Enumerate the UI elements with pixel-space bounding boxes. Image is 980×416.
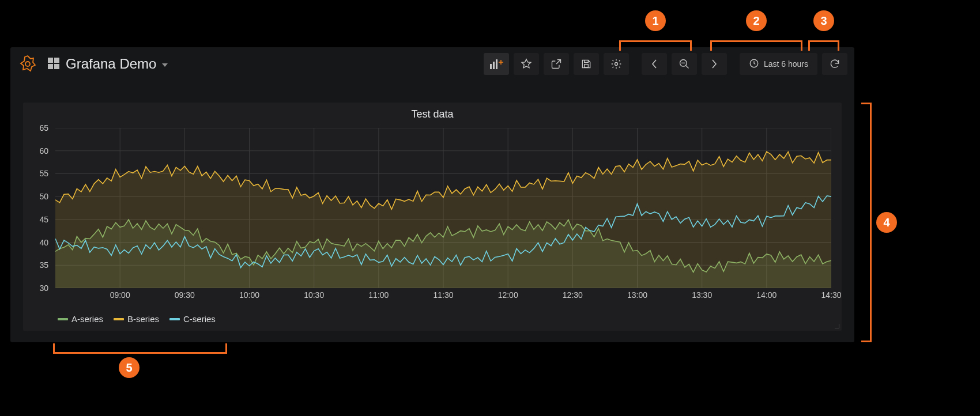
legend: A-seriesB-seriesC-series [58,314,216,324]
y-tick-label: 50 [39,192,48,201]
timerange-back-button[interactable] [642,53,667,75]
grafana-app: Grafana Demo [10,47,854,342]
annotation-bracket-2 [710,40,802,51]
dashboard-picker-button[interactable]: Grafana Demo [43,54,172,74]
legend-label: B-series [127,314,159,324]
annotation-callout-3: 3 [813,10,834,31]
x-tick-label: 10:00 [239,290,259,300]
svg-rect-6 [493,62,495,69]
x-tick-label: 12:30 [563,290,583,300]
legend-label: C-series [183,314,216,324]
annotation-callout-2: 2 [746,10,767,31]
grafana-logo-icon[interactable] [17,54,38,74]
zoom-out-button[interactable] [672,53,697,75]
annotation-bracket-1 [619,40,692,51]
annotation-callout-4: 4 [876,212,897,233]
svg-rect-3 [48,64,53,69]
legend-label: A-series [71,314,103,324]
x-tick-label: 11:30 [433,290,453,300]
x-tick-label: 10:30 [304,290,324,300]
svg-rect-7 [496,59,497,69]
save-dashboard-button[interactable] [574,53,599,75]
svg-rect-2 [54,58,59,63]
x-tick-label: 14:00 [756,290,777,300]
legend-swatch [169,318,180,320]
legend-swatch [114,318,124,320]
annotation-callout-1: 1 [645,10,666,31]
x-tick-label: 09:00 [110,290,130,300]
y-tick-label: 40 [39,238,48,247]
x-tick-label: 11:00 [368,290,389,300]
y-tick-label: 30 [39,283,48,293]
annotation-bracket-4 [861,103,872,342]
annotation-bracket-3 [808,40,839,51]
panel-resize-handle[interactable] [834,323,839,328]
dashboard-settings-button[interactable] [604,53,629,75]
legend-item[interactable]: A-series [58,314,103,324]
legend-swatch [58,318,68,320]
y-tick-label: 55 [39,169,48,178]
timerange-picker-button[interactable]: Last 6 hours [740,53,817,75]
y-tick-label: 65 [39,123,48,133]
svg-point-11 [615,63,617,66]
star-dashboard-button[interactable] [514,53,539,75]
svg-rect-5 [490,64,492,69]
y-tick-label: 35 [39,260,48,270]
legend-item[interactable]: B-series [114,314,159,324]
legend-item[interactable]: C-series [169,314,216,324]
graph-panel[interactable]: Test data 3035404550556065 09:0009:3010:… [23,103,842,331]
x-tick-label: 12:00 [498,290,518,300]
add-panel-button[interactable] [484,53,509,75]
dashboard-toolbar: Grafana Demo [10,47,854,81]
y-tick-label: 60 [39,146,48,156]
y-tick-label: 45 [39,215,48,224]
refresh-button[interactable] [822,53,847,75]
clock-icon [749,58,759,70]
svg-rect-10 [585,65,589,67]
panel-title: Test data [23,103,842,123]
annotation-callout-5: 5 [119,357,140,378]
plot-area[interactable] [55,128,831,288]
x-tick-label: 09:30 [175,290,195,300]
svg-line-13 [685,66,688,69]
share-dashboard-button[interactable] [544,53,569,75]
y-axis: 3035404550556065 [23,128,52,288]
timerange-label: Last 6 hours [764,59,808,69]
svg-rect-4 [54,64,59,69]
svg-rect-1 [48,58,53,63]
dashboard-title: Grafana Demo [66,56,156,72]
dashboard-grid-icon [47,57,60,71]
x-axis: 09:0009:3010:0010:3011:0011:3012:0012:30… [55,290,831,302]
x-tick-label: 13:00 [627,290,647,300]
x-tick-label: 14:30 [821,290,841,300]
annotation-bracket-5 [53,343,227,354]
timerange-forward-button[interactable] [702,53,727,75]
x-tick-label: 13:30 [692,290,712,300]
chevron-down-icon [162,63,168,67]
svg-point-0 [25,62,30,66]
